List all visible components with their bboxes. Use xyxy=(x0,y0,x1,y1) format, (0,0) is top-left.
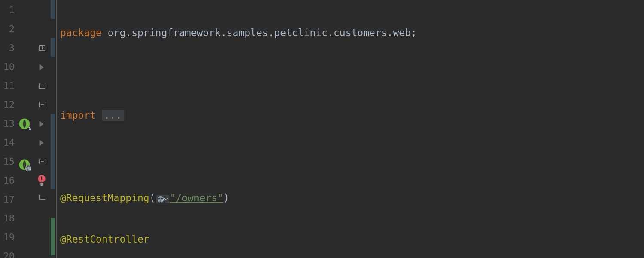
keyword-token: package xyxy=(60,27,102,38)
code-line[interactable]: @RestController xyxy=(57,230,644,249)
line-number: 1 xyxy=(0,1,17,20)
annotation-token: @RequestMapping xyxy=(60,192,149,203)
svg-rect-7 xyxy=(41,181,42,181)
line-number: 3 xyxy=(0,39,17,58)
spring-web-bean-icon[interactable] xyxy=(17,158,33,177)
line-number: 11 xyxy=(0,77,17,95)
change-marker-modified[interactable] xyxy=(51,0,55,19)
change-marker-modified[interactable] xyxy=(51,114,55,189)
svg-rect-10 xyxy=(41,185,43,186)
line-number-gutter: 1 2 3 10 11 12 13 14 15 16 17 18 19 20 xyxy=(0,0,17,258)
keyword-token: import xyxy=(60,110,96,121)
line-number: 19 xyxy=(0,228,17,247)
folded-region[interactable]: ... xyxy=(102,110,124,121)
punct-token: ) xyxy=(223,192,229,203)
line-number: 2 xyxy=(0,20,17,39)
line-number: 15 xyxy=(0,152,17,171)
fold-arrow-icon[interactable] xyxy=(40,64,44,71)
string-token: "/owners" xyxy=(170,192,224,203)
text-token: org.springframework.samples.petclinic.cu… xyxy=(102,27,417,38)
line-number: 10 xyxy=(0,58,17,77)
fold-arrow-icon[interactable] xyxy=(40,140,44,146)
annotation-token: @RestController xyxy=(60,233,149,245)
code-line[interactable] xyxy=(57,64,644,83)
icon-gutter xyxy=(17,0,33,258)
fold-collapse-icon[interactable] xyxy=(39,102,45,108)
punct-token: ( xyxy=(149,192,155,203)
change-marker-modified[interactable] xyxy=(51,38,55,57)
line-number: 20 xyxy=(0,247,17,258)
svg-rect-9 xyxy=(40,184,43,185)
code-content[interactable]: package org.springframework.samples.petc… xyxy=(57,0,644,258)
line-number: 18 xyxy=(0,209,17,228)
fold-close-icon[interactable] xyxy=(39,197,45,202)
spring-bean-icon[interactable] xyxy=(17,117,33,136)
line-number: 13 xyxy=(0,114,17,133)
fold-collapse-icon[interactable] xyxy=(39,159,45,164)
change-marker-gutter xyxy=(51,0,57,258)
svg-rect-6 xyxy=(41,176,42,180)
fold-arrow-icon[interactable] xyxy=(40,121,44,127)
error-bulb-icon[interactable] xyxy=(37,175,46,188)
fold-expand-icon[interactable] xyxy=(39,45,45,51)
line-number: 14 xyxy=(0,133,17,152)
code-line[interactable]: @RequestMapping("/owners") xyxy=(57,188,644,207)
change-marker-added[interactable] xyxy=(51,218,55,255)
fold-collapse-icon[interactable] xyxy=(39,83,45,89)
code-line[interactable]: package org.springframework.samples.petc… xyxy=(57,23,644,42)
line-number: 16 xyxy=(0,171,17,190)
code-editor[interactable]: 1 2 3 10 11 12 13 14 15 16 17 18 19 20 xyxy=(0,0,644,258)
code-line[interactable]: import ... xyxy=(57,106,644,125)
line-number: 12 xyxy=(0,95,17,114)
svg-rect-8 xyxy=(40,183,43,184)
url-mapping-icon[interactable] xyxy=(156,195,169,203)
code-line[interactable] xyxy=(57,147,644,166)
line-number: 17 xyxy=(0,190,17,209)
fold-gutter xyxy=(33,0,51,258)
